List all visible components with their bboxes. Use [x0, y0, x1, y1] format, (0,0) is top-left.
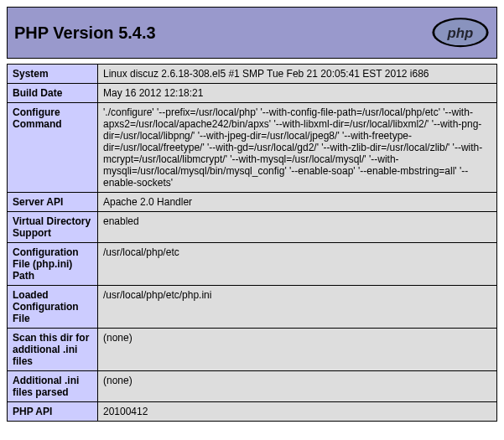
row-label: Scan this dir for additional .ini files: [8, 329, 98, 371]
row-label: Loaded Configuration File: [8, 286, 98, 329]
table-row: Configure Command'./configure' '--prefix…: [8, 103, 497, 193]
table-row: Build DateMay 16 2012 12:18:21: [8, 84, 497, 103]
info-table: SystemLinux discuz 2.6.18-308.el5 #1 SMP…: [7, 64, 497, 422]
table-row: Server APIApache 2.0 Handler: [8, 193, 497, 212]
row-value: /usr/local/php/etc: [98, 243, 497, 286]
row-value: './configure' '--prefix=/usr/local/php' …: [98, 103, 497, 193]
table-row: Loaded Configuration File/usr/local/php/…: [8, 286, 497, 329]
table-row: SystemLinux discuz 2.6.18-308.el5 #1 SMP…: [8, 65, 497, 84]
row-label: PHP API: [8, 402, 98, 422]
row-label: Configure Command: [8, 103, 98, 193]
header-bar: PHP Version 5.4.3 php: [7, 7, 497, 59]
row-value: Apache 2.0 Handler: [98, 193, 497, 212]
row-label: Additional .ini files parsed: [8, 371, 98, 402]
table-row: Additional .ini files parsed(none): [8, 371, 497, 402]
row-label: Build Date: [8, 84, 98, 103]
row-label: System: [8, 65, 98, 84]
info-table-body: SystemLinux discuz 2.6.18-308.el5 #1 SMP…: [8, 65, 497, 422]
table-row: Virtual Directory Supportenabled: [8, 212, 497, 243]
row-label: Server API: [8, 193, 98, 212]
row-value: May 16 2012 12:18:21: [98, 84, 497, 103]
svg-text:php: php: [447, 25, 474, 41]
row-value: (none): [98, 371, 497, 402]
row-value: enabled: [98, 212, 497, 243]
table-row: Configuration File (php.ini) Path/usr/lo…: [8, 243, 497, 286]
row-value: 20100412: [98, 402, 497, 422]
table-row: PHP API20100412: [8, 402, 497, 422]
table-row: Scan this dir for additional .ini files(…: [8, 329, 497, 371]
row-value: Linux discuz 2.6.18-308.el5 #1 SMP Tue F…: [98, 65, 497, 84]
page-title: PHP Version 5.4.3: [14, 23, 156, 43]
phpinfo-page: PHP Version 5.4.3 php SystemLinux discuz…: [7, 7, 497, 422]
row-label: Virtual Directory Support: [8, 212, 98, 243]
row-label: Configuration File (php.ini) Path: [8, 243, 98, 286]
row-value: (none): [98, 329, 497, 371]
row-value: /usr/local/php/etc/php.ini: [98, 286, 497, 329]
php-logo-icon: php: [431, 16, 490, 49]
